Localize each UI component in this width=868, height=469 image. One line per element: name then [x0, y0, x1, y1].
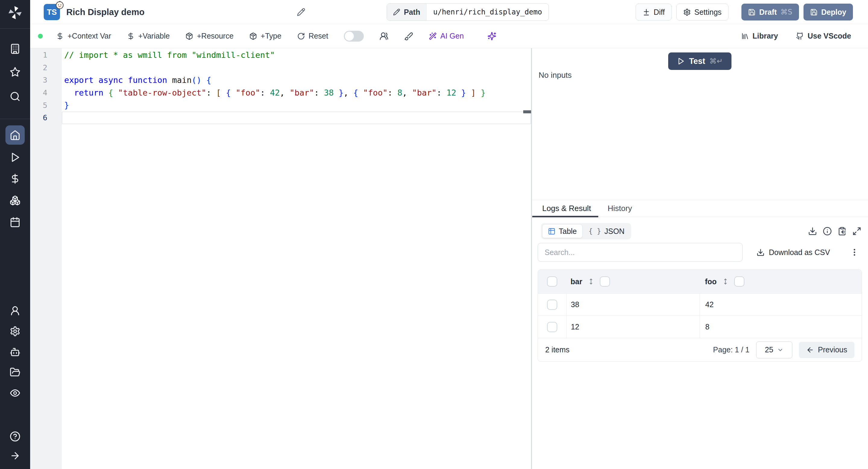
dollar-icon[interactable] — [10, 173, 21, 184]
search-input[interactable] — [538, 243, 743, 262]
previous-page-button[interactable]: Previous — [799, 342, 855, 358]
table-footer: 2 items Page: 1 / 1 25 Previous — [538, 338, 862, 362]
draft-label: Draft — [759, 8, 777, 17]
add-resource-button[interactable]: +Resource — [185, 32, 234, 40]
add-type-button[interactable]: +Type — [249, 32, 281, 40]
result-table: bar foo 38 42 12 8 — [538, 270, 862, 362]
code-editor[interactable]: 1// import * as wmill from "windmill-cli… — [30, 48, 531, 469]
calendar-icon[interactable] — [10, 217, 21, 227]
user-icon[interactable] — [10, 305, 21, 316]
code-line[interactable]: 5} — [30, 99, 531, 112]
use-vscode-label: Use VScode — [807, 32, 851, 40]
test-shortcut: ⌘↵ — [710, 57, 723, 65]
code-line-content[interactable]: return { "table-row-object": [ { "foo": … — [62, 87, 531, 99]
save-icon — [810, 8, 818, 16]
toggle-knob — [345, 32, 354, 41]
page-indicator: Page: 1 / 1 — [713, 345, 749, 354]
draft-button[interactable]: Draft ⌘S — [741, 4, 799, 21]
code-lines: 1// import * as wmill from "windmill-cli… — [30, 49, 531, 124]
code-line[interactable]: 2 — [30, 61, 531, 74]
search-icon[interactable] — [10, 91, 21, 102]
add-context-var-button[interactable]: +Context Var — [56, 32, 111, 40]
expand-icon[interactable] — [852, 227, 861, 236]
test-button[interactable]: Test ⌘↵ — [668, 53, 732, 70]
code-line[interactable]: 6 — [30, 112, 531, 124]
sidebar-item-home[interactable] — [5, 125, 25, 145]
diff-label: Diff — [654, 8, 665, 17]
settings-button[interactable]: Settings — [676, 4, 728, 21]
sort-icon[interactable] — [587, 278, 595, 285]
deploy-button[interactable]: Deploy — [804, 4, 853, 21]
row-checkbox[interactable] — [547, 300, 557, 310]
view-table-label: Table — [559, 227, 577, 236]
test-label: Test — [689, 57, 705, 66]
code-line-content[interactable]: export async function main() { — [62, 74, 531, 87]
row-checkbox[interactable] — [547, 322, 557, 332]
tab-history[interactable]: History — [608, 200, 632, 217]
select-all-checkbox[interactable] — [547, 276, 557, 287]
view-json-button[interactable]: { } JSON — [583, 224, 630, 238]
gear-icon — [683, 8, 691, 16]
play-icon[interactable] — [10, 152, 21, 163]
line-number: 4 — [30, 88, 62, 97]
users-icon[interactable] — [379, 32, 389, 41]
code-line-content[interactable] — [62, 112, 531, 124]
tab-logs-result[interactable]: Logs & Result — [542, 200, 591, 217]
windmill-app: TS Rich Display demo Path u/henri/rich_d… — [0, 0, 868, 469]
column-header-foo[interactable]: foo — [705, 277, 717, 286]
table-row[interactable]: 12 8 — [538, 316, 862, 338]
chevron-down-icon — [777, 347, 784, 353]
view-table-button[interactable]: Table — [542, 224, 583, 238]
star-icon[interactable] — [10, 67, 21, 77]
code-line-content[interactable] — [62, 61, 531, 74]
diff-button[interactable]: Diff — [636, 4, 672, 21]
home-icon — [10, 130, 21, 140]
ai-gen-button[interactable]: AI Gen — [429, 32, 464, 40]
reset-button[interactable]: Reset — [297, 32, 328, 40]
column-header-bar[interactable]: bar — [570, 277, 582, 286]
eye-icon[interactable] — [10, 387, 21, 399]
no-inputs-text: No inputs — [538, 70, 572, 80]
format-brush-icon[interactable] — [404, 32, 413, 41]
library-button[interactable]: Library — [741, 32, 778, 40]
download-csv-button[interactable]: Download as CSV — [756, 245, 830, 260]
more-options-kebab-icon[interactable] — [850, 246, 859, 259]
path-value[interactable]: u/henri/rich_display_demo — [427, 4, 549, 21]
help-circle-icon[interactable] — [10, 431, 21, 442]
sidebar-divider — [0, 119, 30, 119]
reset-icon — [297, 32, 305, 40]
ai-gen-label: AI Gen — [440, 32, 464, 40]
code-line[interactable]: 4 return { "table-row-object": [ { "foo"… — [30, 87, 531, 99]
robot-icon[interactable] — [10, 347, 21, 357]
sort-icon[interactable] — [721, 278, 730, 285]
code-line[interactable]: 1// import * as wmill from "windmill-cli… — [30, 49, 531, 61]
info-icon[interactable] — [823, 227, 832, 236]
path-control[interactable]: Path u/henri/rich_display_demo — [387, 3, 549, 21]
draft-shortcut: ⌘S — [780, 8, 792, 16]
building-icon[interactable] — [10, 43, 21, 54]
collapse-arrow-icon[interactable] — [10, 450, 21, 461]
boxes-icon[interactable] — [10, 195, 21, 206]
line-number: 1 — [30, 51, 62, 59]
diff-mode-toggle[interactable] — [344, 31, 364, 41]
download-csv-label: Download as CSV — [769, 248, 830, 257]
page-title: Rich Display demo — [66, 0, 144, 24]
table-row[interactable]: 38 42 — [538, 293, 862, 316]
page-size-select[interactable]: 25 — [756, 342, 792, 358]
sparkles-icon[interactable] — [487, 32, 496, 41]
line-number: 3 — [30, 76, 62, 84]
windmill-logo-icon[interactable] — [7, 5, 23, 21]
download-icon[interactable] — [808, 227, 817, 236]
copy-clipboard-icon[interactable] — [838, 227, 846, 236]
edit-summary-pencil-icon[interactable] — [297, 8, 305, 16]
code-line-content[interactable]: } — [62, 99, 531, 112]
column-filter-checkbox[interactable] — [600, 276, 610, 287]
code-line-content[interactable]: // import * as wmill from "windmill-clie… — [62, 49, 531, 61]
add-variable-button[interactable]: +Variable — [127, 32, 170, 40]
column-filter-checkbox[interactable] — [734, 276, 744, 287]
use-vscode-button[interactable]: Use VScode — [796, 32, 851, 40]
arrow-left-icon — [806, 346, 814, 354]
folder-open-icon[interactable] — [10, 367, 21, 378]
code-line[interactable]: 3export async function main() { — [30, 74, 531, 87]
settings-gear-icon[interactable] — [10, 326, 21, 337]
